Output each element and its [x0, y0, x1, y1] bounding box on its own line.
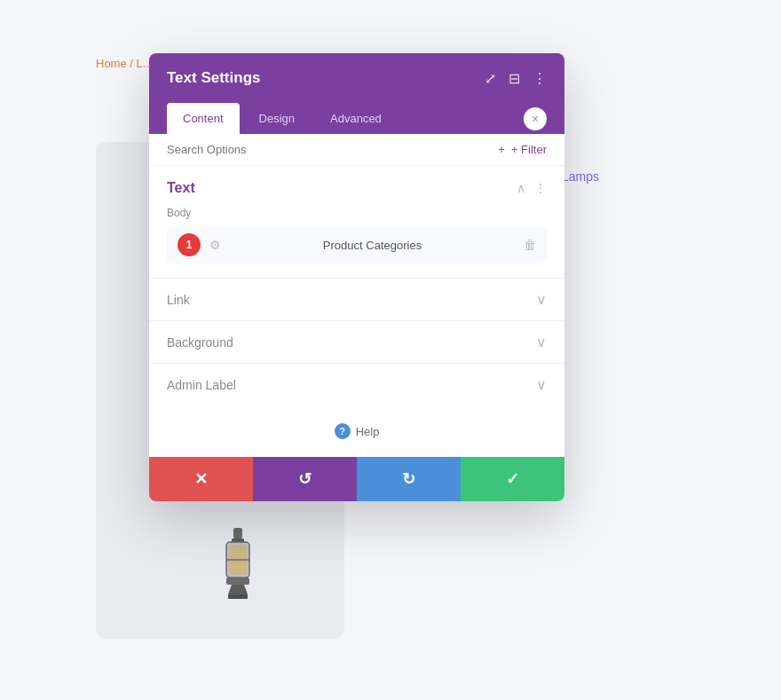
section-more-icon[interactable]: ⋮ — [534, 181, 547, 195]
collapse-icon[interactable]: ∧ — [517, 181, 525, 195]
background-accordion[interactable]: Background ∨ — [149, 320, 564, 363]
breadcrumb: Home / L... — [96, 57, 153, 70]
body-row-text: Product Categories — [230, 239, 515, 252]
search-bar: + + Filter — [149, 134, 564, 166]
maximize-icon[interactable]: ⤢ — [485, 70, 496, 87]
svg-rect-0 — [233, 528, 242, 539]
modal-footer: ✕ ↺ ↻ ✓ — [149, 457, 564, 501]
tab-close-area: × — [524, 103, 547, 134]
save-button[interactable]: ✓ — [461, 457, 564, 501]
help-text: Help — [356, 425, 380, 438]
step-badge: 1 — [178, 233, 201, 256]
modal-header: Text Settings ⤢ ⊟ ⋮ — [149, 53, 564, 103]
columns-icon[interactable]: ⊟ — [509, 70, 520, 87]
settings-icon[interactable]: ⚙ — [209, 238, 221, 252]
modal-tabs: Content Design Advanced × — [149, 103, 564, 134]
text-settings-modal: Text Settings ⤢ ⊟ ⋮ Content Design Advan… — [149, 53, 564, 501]
section-title: Text — [167, 180, 195, 196]
cancel-button[interactable]: ✕ — [149, 457, 253, 501]
lamps-label: Lamps — [562, 169, 599, 184]
admin-label-text: Admin Label — [167, 378, 236, 392]
background-label: Background — [167, 335, 233, 350]
header-icons: ⤢ ⊟ ⋮ — [485, 70, 547, 87]
svg-rect-5 — [226, 578, 249, 585]
link-label: Link — [167, 293, 190, 307]
tab-design[interactable]: Design — [243, 103, 311, 134]
help-section: ? Help — [149, 405, 564, 457]
link-chevron-icon: ∨ — [536, 291, 547, 308]
body-row: 1 ⚙ Product Categories 🗑 — [167, 226, 547, 263]
admin-label-accordion[interactable]: Admin Label ∨ — [149, 363, 564, 405]
svg-rect-6 — [228, 594, 248, 599]
undo-button[interactable]: ↺ — [253, 457, 357, 501]
delete-icon[interactable]: 🗑 — [524, 238, 536, 252]
filter-plus-icon: + — [498, 143, 505, 156]
search-input[interactable] — [167, 143, 498, 156]
filter-button[interactable]: + + Filter — [498, 143, 547, 156]
modal-body: + + Filter Text ∧ ⋮ Body 1 ⚙ Product Cat… — [149, 134, 564, 457]
redo-button[interactable]: ↻ — [357, 457, 461, 501]
section-header: Text ∧ ⋮ — [167, 180, 547, 196]
tab-advanced[interactable]: Advanced — [314, 103, 398, 134]
text-section: Text ∧ ⋮ Body 1 ⚙ Product Categories 🗑 — [149, 166, 564, 278]
tab-content[interactable]: Content — [167, 103, 240, 134]
help-icon[interactable]: ? — [335, 423, 351, 439]
section-header-icons: ∧ ⋮ — [517, 181, 547, 195]
admin-chevron-icon: ∨ — [536, 376, 547, 393]
background-chevron-icon: ∨ — [536, 334, 547, 350]
link-accordion[interactable]: Link ∨ — [149, 278, 564, 320]
body-label: Body — [167, 207, 547, 219]
close-icon: × — [532, 112, 539, 126]
lamp-image — [211, 523, 264, 612]
more-options-icon[interactable]: ⋮ — [532, 70, 547, 87]
modal-title: Text Settings — [167, 69, 260, 87]
close-button[interactable]: × — [524, 107, 547, 130]
